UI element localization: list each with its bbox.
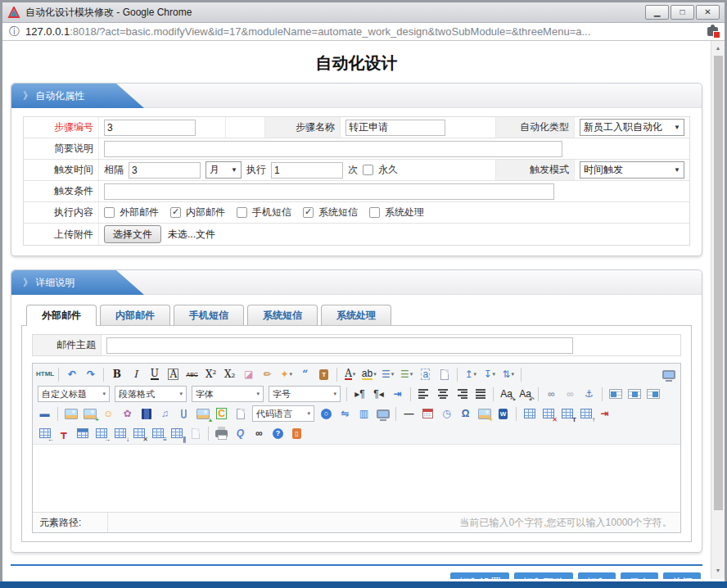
template-icon[interactable] [187,425,204,442]
calendar-icon[interactable] [419,405,436,423]
print-button[interactable]: 打印 [578,572,616,579]
exec-count-input[interactable] [271,162,343,179]
columns-icon[interactable]: ▥ [355,405,373,423]
strikethrough-icon[interactable]: ABC [183,366,201,383]
print-settings-button[interactable]: 打印设置 [450,572,509,579]
font-color-icon[interactable]: A▾ [341,366,359,383]
inline-style-icon[interactable]: a [417,366,434,383]
table-row-prop-icon[interactable]: ≡ [149,425,166,442]
editor-body[interactable] [33,445,680,512]
align-right-icon[interactable] [453,386,470,403]
paragraph-spacing-bottom-icon[interactable]: ↧▾ [481,366,498,383]
paragraph-spacing-top-icon[interactable]: ↥▾ [462,366,479,383]
remove-format-eraser-icon[interactable]: ◪ [240,366,257,383]
unordered-list-icon[interactable]: ☰▾ [398,366,415,383]
site-info-icon[interactable]: ⓘ [9,25,20,39]
cell-split-icon[interactable]: ┳ [55,425,72,442]
checkbox-icon[interactable] [170,207,181,218]
preview-icon[interactable]: Q [232,425,249,442]
tab-2[interactable]: 内部邮件 [100,305,170,325]
redo-icon[interactable]: ↷ [82,366,99,383]
table-col-prop-icon[interactable]: ∥ [168,425,185,442]
print-icon[interactable] [213,425,230,442]
subscript-icon[interactable]: X₂ [221,366,238,383]
checkbox-icon[interactable] [237,207,247,218]
image-float-left-icon[interactable] [607,386,624,403]
time-icon[interactable]: ◷ [438,405,455,423]
subject-input[interactable] [106,337,573,354]
word-import-icon[interactable]: W [494,405,512,423]
vertical-scrollbar[interactable]: ▲ ▼ [711,41,725,579]
exec-option[interactable]: 系统处理 [369,206,424,219]
code-snippet-icon[interactable]: C [213,405,230,423]
graffiti-icon[interactable]: ✿ [119,405,136,423]
quick-format-icon[interactable]: ✦▾ [278,366,295,383]
tab-4[interactable]: 系统短信 [247,305,318,325]
font-size-select[interactable]: 字号▾ [269,386,341,402]
step-name-input[interactable] [345,120,445,136]
row-delete-icon[interactable]: ✕ [130,425,147,442]
screenshot-icon[interactable] [374,405,391,423]
indent-icon[interactable]: ⇥ [389,386,406,403]
emoticon-icon[interactable]: ☺ [100,405,117,423]
interval-unit-select[interactable]: 月 [205,161,242,179]
close-button[interactable]: 关闭 [663,572,701,579]
paste-icon[interactable]: ▯ [288,425,305,442]
unlink-icon[interactable]: ∞ [562,386,579,403]
horizontal-rule-icon[interactable]: — [400,405,418,423]
underline-icon[interactable]: U [146,366,163,383]
exec-option[interactable]: 手机短信 [237,206,291,219]
forever-checkbox[interactable] [363,165,373,175]
step-no-input[interactable] [104,120,196,136]
minimize-button[interactable]: ▁ [645,5,669,20]
extension-icon[interactable] [707,27,718,36]
col-insert-left-icon[interactable]: ← [36,425,53,442]
image-float-center-icon[interactable] [625,386,643,403]
save-button[interactable]: 保存 [621,572,658,579]
blockquote-icon[interactable]: “ [296,366,314,383]
embed-page-icon[interactable] [232,405,249,423]
font-attr-icon[interactable]: A [165,366,182,383]
align-center-icon[interactable] [434,386,451,403]
checkbox-icon[interactable] [104,207,115,218]
trigger-mode-select[interactable]: 时间触发 [580,161,684,179]
paste-as-text-icon[interactable]: T [315,366,332,383]
align-left-icon[interactable] [415,386,432,403]
format-brush-icon[interactable]: ✏ [259,366,276,383]
line-height-icon[interactable]: ⇅▾ [499,366,517,383]
col-insert-right-icon[interactable]: → [93,425,110,442]
url-text[interactable]: 127.0.0.1:8018/?act=basic.modifyView&id=… [25,25,701,38]
table-prop-icon[interactable]: T [558,405,576,423]
brief-input[interactable] [104,141,562,157]
attachment-icon[interactable] [175,405,192,423]
rtl-paragraph-icon[interactable]: ¶◂ [370,386,387,403]
ltr-paragraph-icon[interactable]: ▸¶ [351,386,368,403]
address-bar[interactable]: ⓘ 127.0.0.1:8018/?act=basic.modifyView&i… [2,23,725,41]
insert-image-icon[interactable] [62,405,79,423]
anchor-icon[interactable]: ⚓ [580,386,598,403]
fullscreen-icon[interactable] [660,366,677,383]
superscript-icon[interactable]: X² [202,366,219,383]
album-icon[interactable]: + [81,405,98,423]
font-family-select[interactable]: 字体▾ [192,386,264,402]
insert-code-icon[interactable]: ○ [318,405,335,423]
scrollbar-thumb[interactable] [714,56,723,510]
checkbox-icon[interactable] [369,207,380,218]
tab-5[interactable]: 系统处理 [321,305,391,325]
paragraph-format-select[interactable]: 段落格式▾ [115,386,187,402]
checkbox-icon[interactable] [303,207,314,218]
help-icon[interactable]: ? [269,425,287,442]
align-justify-icon[interactable] [472,386,489,403]
highlight-icon[interactable]: ab▾ [360,366,377,383]
link-icon[interactable]: ∞ [543,386,560,403]
table-delete-icon[interactable]: ✕ [540,405,557,423]
special-char-icon[interactable]: Ω [457,405,474,423]
video-icon[interactable] [138,405,155,423]
undo-icon[interactable]: ↶ [63,366,80,383]
row-insert-below-icon[interactable]: ↓ [111,425,129,442]
scroll-up-icon[interactable]: ▲ [711,42,725,54]
exec-option[interactable]: 系统短信 [303,206,358,219]
table-icon[interactable] [521,405,538,423]
image-float-right-icon[interactable] [644,386,662,403]
table-header-icon[interactable] [74,425,91,442]
